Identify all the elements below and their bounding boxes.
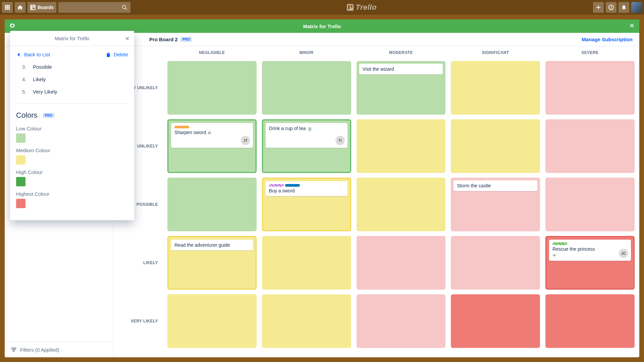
pro-badge: PRO <box>43 113 55 118</box>
banner-title: Matrix for Trello <box>303 23 341 29</box>
popup-body: 3.Possible4.Likely5.Very Likely Colors P… <box>10 61 134 220</box>
filters-label: Filters (0 Applied) <box>20 347 59 353</box>
matrix-cell[interactable] <box>357 236 446 290</box>
matrix-cell[interactable] <box>451 119 540 173</box>
logo-text: Trello <box>356 3 377 12</box>
card[interactable]: Buy a sword <box>266 181 347 196</box>
matrix: NEGLIGIBLEMINORMODERATESIGNIFICANTSEVERE… <box>114 46 639 357</box>
card-title: Storm the castle <box>457 183 534 188</box>
matrix-cell[interactable] <box>262 236 351 290</box>
card[interactable]: Read the adventurer guide <box>171 240 253 250</box>
svg-rect-0 <box>5 5 6 6</box>
matrix-cell[interactable] <box>545 61 635 115</box>
row-header: LIKELY <box>118 236 162 290</box>
matrix-cell[interactable] <box>357 119 446 173</box>
watch-icon: 👁 <box>552 253 628 258</box>
svg-point-12 <box>122 5 126 9</box>
color-swatch[interactable] <box>16 199 25 208</box>
close-icon[interactable] <box>629 23 635 29</box>
matrix-cell[interactable] <box>451 294 540 348</box>
apps-button[interactable] <box>2 2 13 13</box>
gear-icon[interactable] <box>9 23 15 30</box>
card-title: Visit the wizard <box>363 66 440 72</box>
close-icon[interactable]: ✕ <box>125 36 129 42</box>
matrix-cell[interactable] <box>545 178 635 231</box>
avatar[interactable] <box>631 2 642 13</box>
likelihood-row[interactable]: 5.Very Likely <box>16 85 128 98</box>
filters-button[interactable]: Filters (0 Applied) <box>5 342 113 357</box>
color-swatch[interactable] <box>16 133 25 143</box>
pro-badge: PRO <box>180 37 192 42</box>
nav-center: Trello <box>132 3 591 12</box>
svg-rect-4 <box>7 7 8 8</box>
likelihood-row[interactable]: 4.Likely <box>16 73 128 85</box>
matrix-cell[interactable]: Storm the castle <box>451 178 540 231</box>
card[interactable]: Drink a cup of tea 🍵TI <box>266 123 347 148</box>
svg-rect-1 <box>7 5 8 6</box>
matrix-cell[interactable] <box>262 294 351 348</box>
matrix-cell[interactable]: Rescue the princess👁JC <box>545 236 635 290</box>
matrix-cell[interactable] <box>167 178 257 231</box>
card[interactable]: Visit the wizard <box>359 64 443 74</box>
card-label <box>552 242 567 245</box>
matrix-cell[interactable] <box>167 61 257 115</box>
matrix-cell[interactable] <box>167 294 257 348</box>
matrix-cell[interactable] <box>451 236 540 290</box>
svg-rect-24 <box>13 351 15 351</box>
matrix-cell[interactable] <box>545 119 635 173</box>
matrix-cell[interactable] <box>357 294 446 348</box>
svg-rect-16 <box>351 5 353 8</box>
delete-label: Delete <box>114 52 128 57</box>
svg-rect-15 <box>348 5 350 9</box>
matrix-cell[interactable] <box>451 61 540 115</box>
boards-label: Boards <box>38 5 54 10</box>
back-label: Back to List <box>24 52 50 57</box>
col-header: NEGLIGIBLE <box>167 46 257 56</box>
delete-link[interactable]: Delete <box>106 52 128 57</box>
svg-rect-5 <box>8 7 10 8</box>
card-title: Sharpen sword ⚔ <box>174 130 250 135</box>
matrix-cell[interactable] <box>262 61 351 115</box>
info-button[interactable] <box>606 2 616 13</box>
matrix-cell[interactable] <box>357 178 446 231</box>
member-avatar[interactable]: TI <box>335 136 345 145</box>
svg-rect-2 <box>8 5 10 6</box>
manage-subscription-link[interactable]: Manage Subscription <box>582 37 633 42</box>
matrix-cell[interactable]: Drink a cup of tea 🍵TI <box>262 119 351 173</box>
search-input[interactable] <box>58 2 130 13</box>
popup-title: Matrix for Trello <box>55 36 89 41</box>
card[interactable]: Rescue the princess👁JC <box>549 240 631 261</box>
color-swatch[interactable] <box>16 155 25 165</box>
color-swatch[interactable] <box>16 177 25 186</box>
svg-rect-23 <box>12 349 15 350</box>
likelihood-row[interactable]: 3.Possible <box>16 61 128 73</box>
board-name[interactable]: Pro Board 2 <box>149 37 178 42</box>
popup-header: Matrix for Trello ✕ <box>10 31 134 46</box>
svg-rect-6 <box>5 8 6 10</box>
divider <box>16 103 128 104</box>
card-title: Rescue the princess <box>552 246 628 252</box>
card-label <box>174 126 189 128</box>
notifications-button[interactable] <box>619 2 629 13</box>
svg-rect-7 <box>7 8 8 10</box>
color-row: Highest Colour <box>16 191 128 208</box>
member-avatar[interactable]: JT <box>241 136 250 145</box>
member-avatar[interactable]: JC <box>619 249 628 258</box>
matrix-cell[interactable]: Read the adventurer guide <box>167 236 257 290</box>
svg-rect-14 <box>347 4 354 11</box>
colors-section-title: Colors PRO <box>16 111 128 120</box>
card[interactable]: Sharpen sword ⚔JT <box>171 123 253 148</box>
boards-button[interactable]: Boards <box>28 2 56 13</box>
svg-rect-18 <box>611 7 611 9</box>
row-header: VERY LIKELY <box>118 294 162 348</box>
card[interactable]: Storm the castle <box>453 180 537 191</box>
col-header: MODERATE <box>357 46 446 56</box>
matrix-cell[interactable]: Buy a sword <box>262 178 351 231</box>
matrix-cell[interactable]: Sharpen sword ⚔JT <box>167 119 257 173</box>
add-button[interactable] <box>593 2 604 13</box>
back-to-list-link[interactable]: Back to List <box>16 52 50 57</box>
matrix-cell[interactable] <box>545 294 635 348</box>
matrix-cell[interactable]: Visit the wizard <box>357 61 446 115</box>
home-button[interactable] <box>15 2 25 13</box>
svg-rect-3 <box>5 7 6 8</box>
